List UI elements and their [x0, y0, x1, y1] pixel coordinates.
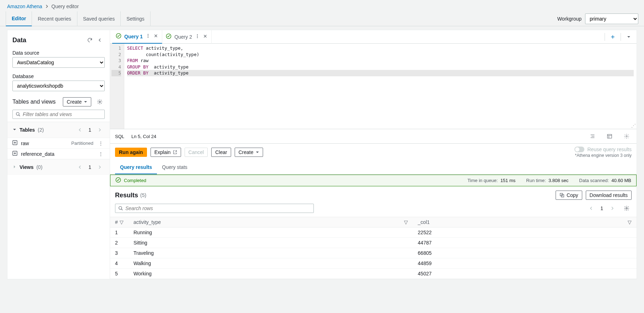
table-item[interactable]: reference_data ⋮	[7, 148, 110, 159]
tab-overflow-icon[interactable]	[624, 32, 634, 42]
tab-settings[interactable]: Settings	[121, 11, 151, 26]
results-count: (5)	[140, 192, 146, 198]
tab-editor[interactable]: Editor	[6, 11, 32, 26]
col-header-activity[interactable]: activity_type▽	[129, 217, 413, 227]
success-icon	[116, 33, 121, 40]
create-dropdown[interactable]: Create	[235, 148, 263, 157]
prev-page-icon[interactable]	[586, 203, 596, 213]
add-tab-icon[interactable]	[608, 32, 618, 42]
prev-page-icon[interactable]	[75, 162, 85, 172]
col-header-col1[interactable]: _col1▽	[413, 217, 637, 227]
database-select[interactable]: analyticsworkshopdb	[12, 81, 105, 91]
refresh-icon[interactable]	[85, 35, 95, 45]
tab-saved-queries[interactable]: Saved queries	[77, 11, 121, 26]
col-header-num[interactable]: #▽	[110, 217, 129, 227]
filter-tables-field[interactable]	[23, 111, 102, 117]
query-tab-1[interactable]: Query 1	[112, 30, 162, 44]
success-icon	[115, 177, 121, 184]
line-gutter: 12345	[110, 44, 124, 129]
close-icon[interactable]	[153, 33, 158, 39]
search-rows-field[interactable]	[125, 205, 311, 211]
svg-point-9	[197, 34, 198, 35]
next-page-icon[interactable]	[95, 162, 105, 172]
gear-icon[interactable]	[622, 131, 632, 141]
results-tabs: Query results Query stats	[110, 161, 637, 175]
main-panel: Query 1 Query 2 12345	[110, 30, 637, 279]
table-row[interactable]: 5Working45027	[110, 269, 637, 279]
explain-button[interactable]: Explain	[151, 148, 181, 157]
query-tab-2[interactable]: Query 2	[162, 30, 212, 44]
results-header: Results (5) Copy Download results	[110, 186, 637, 202]
table-item[interactable]: raw Partitioned ⋮	[7, 138, 110, 148]
clear-button[interactable]: Clear	[211, 148, 231, 157]
svg-point-17	[119, 207, 122, 209]
layout-icon[interactable]	[605, 131, 615, 141]
datasource-label: Data source	[12, 50, 105, 56]
tables-views-title: Tables and views	[12, 99, 59, 105]
row-menu-icon[interactable]: ⋮	[97, 151, 105, 157]
datasource-select[interactable]: AwsDataCatalog	[12, 57, 105, 68]
svg-point-7	[148, 37, 148, 38]
sidebar-title: Data	[12, 37, 85, 44]
caret-down-icon	[12, 127, 17, 133]
copy-button[interactable]: Copy	[556, 191, 582, 200]
code-area[interactable]: SELECT activity_type, count(activity_typ…	[124, 44, 637, 129]
cursor-position: Ln 5, Col 24	[131, 134, 156, 139]
prev-page-icon[interactable]	[75, 125, 85, 135]
table-name: reference_data	[21, 151, 54, 157]
success-icon	[166, 33, 171, 40]
status-text: Completed	[124, 178, 146, 183]
tab-query-results[interactable]: Query results	[115, 161, 157, 174]
query-tabs: Query 1 Query 2	[110, 30, 637, 44]
data-sidebar: Data Data source AwsDataCatalog Database…	[7, 30, 110, 279]
expand-icon[interactable]	[12, 151, 17, 157]
search-rows-input[interactable]	[115, 204, 314, 213]
tables-group-header[interactable]: Tables (2) 1	[7, 122, 110, 138]
tab-menu-icon[interactable]	[146, 33, 151, 39]
caret-right-icon	[12, 164, 17, 170]
create-button[interactable]: Create	[63, 97, 91, 106]
query-status-bar: Completed Time in queue: 151 ms Run time…	[110, 175, 637, 186]
run-again-button[interactable]: Run again	[115, 148, 147, 157]
gear-icon[interactable]	[622, 203, 632, 213]
partitioned-badge: Partitioned	[71, 141, 93, 146]
resize-handle-icon[interactable]: ⋰	[631, 123, 636, 128]
views-group-header[interactable]: Views (0) 1	[7, 159, 110, 175]
svg-rect-12	[607, 134, 612, 138]
table-name: raw	[21, 141, 29, 146]
chevron-right-icon	[45, 4, 49, 9]
table-row[interactable]: 3Traveling66805	[110, 248, 637, 258]
table-row[interactable]: 2Sitting44787	[110, 238, 637, 248]
svg-point-1	[16, 112, 19, 115]
next-page-icon[interactable]	[607, 203, 617, 213]
query-actions: Run again Explain Cancel Clear Create Re…	[110, 144, 637, 161]
svg-point-10	[197, 36, 198, 37]
expand-icon[interactable]	[12, 140, 17, 146]
reuse-results-toggle[interactable]	[574, 147, 584, 152]
breadcrumb-current: Query editor	[51, 4, 79, 9]
gear-icon[interactable]	[95, 97, 105, 107]
results-tools: 1	[110, 202, 637, 217]
tab-menu-icon[interactable]	[195, 34, 200, 40]
svg-point-18	[626, 208, 627, 209]
row-menu-icon[interactable]: ⋮	[97, 141, 105, 146]
workgroup-label: Workgroup	[557, 16, 582, 22]
next-page-icon[interactable]	[95, 125, 105, 135]
tab-query-stats[interactable]: Query stats	[157, 161, 192, 174]
collapse-sidebar-icon[interactable]	[95, 35, 105, 45]
page-number: 1	[600, 205, 603, 211]
sql-editor[interactable]: 12345 SELECT activity_type, count(activi…	[110, 44, 637, 129]
tab-recent-queries[interactable]: Recent queries	[32, 11, 77, 26]
close-icon[interactable]	[203, 34, 208, 40]
reuse-label: Reuse query results	[587, 147, 632, 152]
table-row[interactable]: 4Walking44859	[110, 258, 637, 269]
svg-point-0	[99, 101, 100, 103]
download-results-button[interactable]: Download results	[586, 191, 632, 200]
svg-point-6	[148, 35, 148, 36]
reuse-note: *Athena engine version 3 only	[575, 153, 632, 158]
format-icon[interactable]	[588, 131, 597, 141]
filter-tables-input[interactable]	[12, 110, 105, 119]
workgroup-select[interactable]: primary	[585, 13, 638, 24]
table-row[interactable]: 1Running22522	[110, 227, 637, 238]
breadcrumb-root[interactable]: Amazon Athena	[7, 4, 42, 9]
